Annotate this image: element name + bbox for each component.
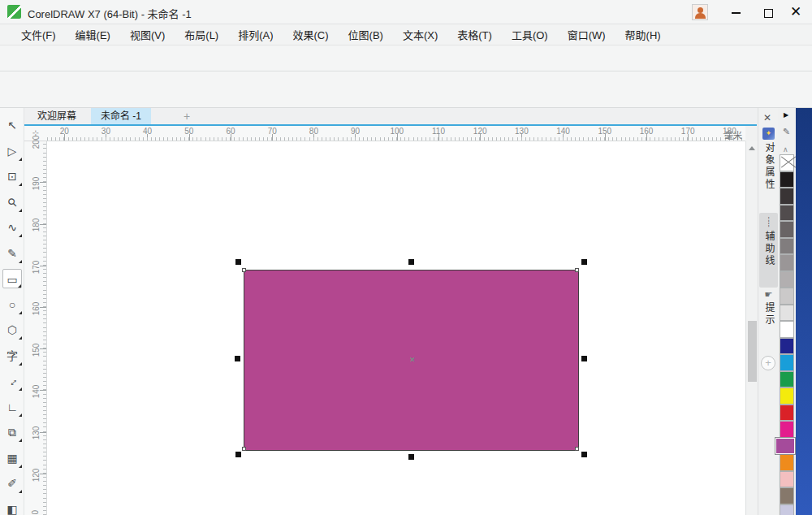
transparency-tool[interactable]: ▦ bbox=[2, 448, 22, 468]
ellipse-tool[interactable]: ○ bbox=[2, 295, 22, 314]
swatch-brown[interactable] bbox=[780, 487, 794, 504]
scroll-up-arrow[interactable] bbox=[749, 146, 755, 150]
vertical-scrollbar[interactable] bbox=[745, 141, 758, 515]
quick-customize-button[interactable]: + bbox=[761, 356, 775, 370]
pick-tool[interactable]: ↖ bbox=[2, 115, 22, 135]
swatch-blue[interactable] bbox=[780, 338, 794, 355]
palette-eyedropper-icon[interactable]: ✐ bbox=[780, 128, 791, 135]
text-tool-icon: 字 bbox=[6, 349, 18, 362]
swatch-green[interactable] bbox=[780, 371, 794, 388]
swatch-cyan[interactable] bbox=[780, 354, 794, 371]
corner-node-tr[interactable] bbox=[575, 268, 579, 272]
eyedropper-tool[interactable]: ✐ bbox=[2, 474, 22, 493]
swatch-no-color[interactable] bbox=[780, 154, 794, 171]
selection-handle-br[interactable] bbox=[581, 452, 587, 457]
palette-scroll-up-icon[interactable]: ∧ bbox=[783, 145, 788, 154]
vertical-ruler[interactable]: 200190180170160150140130120110 bbox=[24, 141, 47, 515]
menu-text[interactable]: 文本(X) bbox=[393, 24, 447, 45]
swatch-purple[interactable] bbox=[775, 438, 795, 455]
shape-tool[interactable]: ▷ bbox=[2, 141, 22, 161]
swatch-white[interactable] bbox=[780, 321, 794, 338]
artistic-media-tool[interactable]: ✎ bbox=[2, 244, 22, 263]
selection-handle-tm[interactable] bbox=[408, 259, 414, 265]
swatch-black[interactable] bbox=[780, 171, 794, 188]
tab-untitled-1[interactable]: 未命名 -1 bbox=[91, 108, 151, 124]
corner-node-br[interactable] bbox=[575, 447, 579, 451]
flyout-arrow bbox=[19, 362, 22, 366]
close-button[interactable]: ✕ bbox=[778, 0, 812, 24]
menu-effects[interactable]: 效果(C) bbox=[283, 24, 339, 45]
v-ruler-label: 160 bbox=[32, 301, 41, 315]
swatch-black-30[interactable] bbox=[780, 288, 794, 305]
standard-toolbar: ✂ ↶ ▾ ↷ ▾ → → PDF 150%⌄ ▦ ┼ 贴齐(T) ▾ ≣ ▾ bbox=[0, 45, 812, 71]
flyout-arrow bbox=[19, 158, 22, 161]
menu-tools[interactable]: 工具(O) bbox=[502, 24, 558, 45]
connector-tool[interactable]: ∟ bbox=[2, 397, 22, 417]
menu-help[interactable]: 帮助(H) bbox=[615, 24, 671, 45]
selection-handle-mr[interactable] bbox=[581, 356, 587, 361]
h-ruler-label: 150 bbox=[598, 127, 611, 136]
horizontal-ruler[interactable]: 毫米 2030405060708090100110120130140150160… bbox=[47, 126, 745, 141]
swatch-lavender[interactable] bbox=[780, 504, 794, 515]
object-center-mark[interactable]: ✕ bbox=[409, 356, 416, 364]
swatch-orange[interactable] bbox=[780, 454, 794, 471]
swatch-black-70[interactable] bbox=[780, 221, 794, 238]
swatch-black-20[interactable] bbox=[780, 305, 794, 322]
user-account-icon[interactable] bbox=[692, 4, 708, 20]
scrollbar-thumb[interactable] bbox=[748, 321, 757, 382]
docker-close-icon[interactable]: ✕ bbox=[763, 112, 771, 123]
swatch-black-50[interactable] bbox=[780, 254, 794, 271]
menu-table[interactable]: 表格(T) bbox=[447, 24, 502, 45]
freehand-tool[interactable]: ∿ bbox=[2, 218, 22, 237]
drop-shadow-tool[interactable]: ⧉ bbox=[2, 422, 22, 442]
corner-node-bl[interactable] bbox=[242, 447, 246, 451]
swatch-black-90[interactable] bbox=[780, 188, 794, 205]
menu-view[interactable]: 视图(V) bbox=[120, 24, 175, 45]
polygon-tool-icon: ⬡ bbox=[7, 323, 17, 336]
swatch-magenta[interactable] bbox=[780, 421, 794, 438]
selection-handle-tl[interactable] bbox=[235, 259, 241, 265]
swatch-pink[interactable] bbox=[780, 471, 794, 488]
selection-handle-tr[interactable] bbox=[581, 259, 587, 265]
menu-file[interactable]: 文件(F) bbox=[11, 24, 66, 45]
flyout-arrow bbox=[19, 490, 22, 493]
property-bar: ⠿ X: 103.397 mm Y: 147.325 mm ↔ 80.61 mm… bbox=[0, 71, 812, 108]
corner-node-tl[interactable] bbox=[242, 268, 246, 272]
h-ruler-label: 50 bbox=[184, 127, 193, 136]
v-ruler-label: 170 bbox=[32, 260, 41, 274]
swatch-black-40[interactable] bbox=[780, 271, 794, 288]
swatch-black-80[interactable] bbox=[780, 205, 794, 222]
polygon-tool[interactable]: ⬡ bbox=[2, 320, 22, 340]
swatch-black-60[interactable] bbox=[780, 238, 794, 255]
hints-icon[interactable]: ☛ bbox=[762, 288, 775, 301]
swatch-yellow[interactable] bbox=[780, 387, 794, 405]
selection-handle-bl[interactable] bbox=[235, 452, 241, 457]
swatch-red[interactable] bbox=[780, 405, 794, 422]
guidelines-icon[interactable]: ┊ bbox=[762, 216, 775, 228]
selection-handle-ml[interactable] bbox=[235, 356, 240, 361]
zoom-tool[interactable]: ⚲ bbox=[2, 193, 22, 212]
minimize-button[interactable] bbox=[718, 0, 754, 24]
tab-welcome[interactable]: 欢迎屏幕 bbox=[28, 108, 86, 124]
v-ruler-label: 130 bbox=[32, 426, 41, 440]
docker-tab-hints[interactable]: 提示 bbox=[762, 302, 776, 327]
drawing-canvas[interactable]: ✕ bbox=[47, 141, 745, 515]
menu-edit[interactable]: 编辑(E) bbox=[66, 24, 120, 45]
crop-tool[interactable]: ⊡ bbox=[2, 167, 22, 186]
menu-arrange[interactable]: 排列(A) bbox=[228, 24, 283, 45]
selection-handle-bm[interactable] bbox=[408, 454, 414, 460]
palette-flyout-arrow[interactable]: ▶ bbox=[784, 111, 788, 119]
fill-tool[interactable]: ◧ bbox=[2, 500, 22, 515]
h-ruler-label: 70 bbox=[268, 127, 277, 136]
rectangle-tool[interactable]: ▭ bbox=[2, 269, 22, 288]
text-tool[interactable]: 字 bbox=[2, 346, 22, 366]
menu-bitmaps[interactable]: 位图(B) bbox=[339, 24, 393, 45]
docker-tab-guidelines[interactable]: 辅助线 bbox=[762, 231, 776, 267]
object-properties-icon[interactable]: ✦ bbox=[762, 128, 775, 140]
flyout-arrow bbox=[19, 413, 22, 417]
menu-layout[interactable]: 布局(L) bbox=[175, 24, 228, 45]
new-tab-button[interactable]: + bbox=[184, 110, 190, 123]
dimension-tool[interactable]: ↔ bbox=[2, 371, 22, 391]
docker-tab-object-properties[interactable]: 对象属性 bbox=[762, 142, 776, 191]
menu-window[interactable]: 窗口(W) bbox=[558, 24, 615, 45]
